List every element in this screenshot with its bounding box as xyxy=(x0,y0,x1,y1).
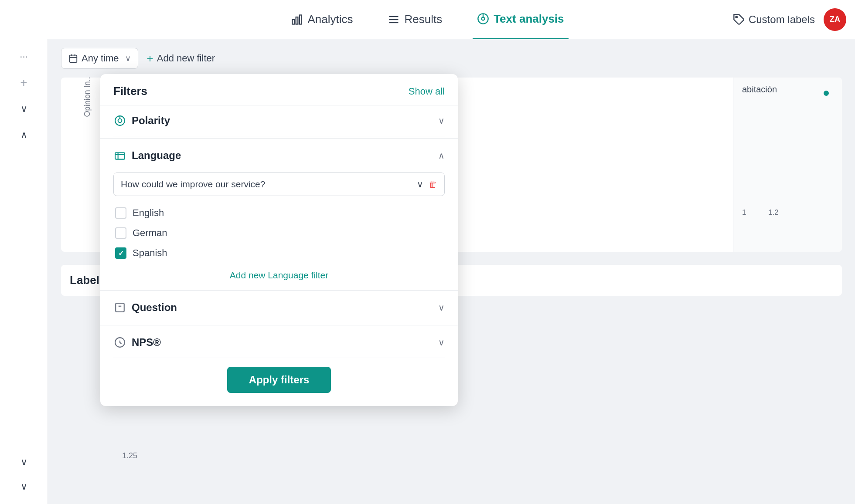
svg-rect-17 xyxy=(115,153,125,159)
nps-section-header[interactable]: NPS® ∨ xyxy=(113,327,445,358)
sidebar-chevron-down-2[interactable]: ∨ xyxy=(15,453,33,471)
polarity-label: Polarity xyxy=(132,115,170,127)
chevron-down-icon-2: ∨ xyxy=(20,457,27,468)
language-section: Language ∧ How could we improve our serv… xyxy=(100,140,458,288)
language-content: How could we improve our service? ∨ 🗑 En… xyxy=(113,173,445,288)
english-checkbox[interactable] xyxy=(115,207,126,219)
results-label: Results xyxy=(404,13,442,26)
question-divider xyxy=(100,325,458,325)
top-nav: Analytics Results Text analysis Custom l… xyxy=(0,0,855,39)
chevron-down-icon-1: ∨ xyxy=(20,103,27,115)
sidebar: ··· + ∨ ∧ ∨ ∨ xyxy=(0,39,48,504)
question-dropdown-text: How could we improve our service? xyxy=(121,179,265,189)
analytics-icon xyxy=(291,14,303,26)
filter-panel: Filters Show all Polarity ∨ xyxy=(100,74,458,406)
nav-right: Custom labels ZA xyxy=(733,8,846,31)
german-checkbox[interactable] xyxy=(115,227,126,239)
sidebar-plus-btn[interactable]: + xyxy=(15,74,33,91)
svg-rect-2 xyxy=(300,15,302,24)
axis-3: 1.25 xyxy=(122,451,137,460)
filter-bar: Any time ∨ + Add new filter xyxy=(61,48,842,69)
nps-icon xyxy=(113,336,126,349)
sidebar-chevron-down-3[interactable]: ∨ xyxy=(15,478,33,495)
checkbox-english[interactable]: English xyxy=(113,203,445,223)
polarity-icon xyxy=(113,114,126,127)
add-language-filter-link[interactable]: Add new Language filter xyxy=(113,263,445,284)
question-icon xyxy=(113,301,126,314)
nps-section-label: NPS® xyxy=(132,336,161,348)
language-divider xyxy=(100,290,458,291)
text-analysis-icon xyxy=(477,13,489,25)
question-chevron: ∨ xyxy=(438,302,445,313)
label-section-title: Label xyxy=(70,274,99,287)
question-section-left: Question xyxy=(113,301,177,314)
nps-section-left: NPS® xyxy=(113,336,161,349)
chart-right: abitación 1 1.2 xyxy=(733,78,842,252)
svg-point-15 xyxy=(118,119,122,123)
nps-section: NPS® ∨ xyxy=(100,327,458,358)
add-filter-plus: + xyxy=(147,52,153,65)
polarity-section-header[interactable]: Polarity ∨ xyxy=(113,105,445,136)
question-section-label: Question xyxy=(132,301,177,314)
language-section-left: Language xyxy=(113,149,181,162)
nav-results[interactable]: Results xyxy=(383,0,446,39)
svg-rect-10 xyxy=(70,55,77,63)
question-section: Question ∨ xyxy=(100,292,458,323)
polarity-chevron: ∨ xyxy=(438,115,445,126)
nav-text-analysis[interactable]: Text analysis xyxy=(473,0,568,39)
avatar: ZA xyxy=(824,8,846,31)
avatar-initials: ZA xyxy=(830,15,840,24)
english-label: English xyxy=(133,207,164,219)
spanish-checkbox[interactable] xyxy=(115,247,126,259)
nav-analytics[interactable]: Analytics xyxy=(286,0,357,39)
sidebar-dots-btn[interactable]: ··· xyxy=(15,48,33,65)
filter-panel-title: Filters xyxy=(113,85,147,98)
language-section-header[interactable]: Language ∧ xyxy=(113,140,445,171)
custom-labels-icon xyxy=(733,14,745,26)
apply-filters-container: Apply filters xyxy=(100,358,458,397)
main-area: ··· + ∨ ∧ ∨ ∨ Any time xyxy=(0,39,855,504)
question-dropdown[interactable]: How could we improve our service? ∨ 🗑 xyxy=(113,173,445,196)
time-filter[interactable]: Any time ∨ xyxy=(61,48,138,69)
nps-chevron: ∨ xyxy=(438,337,445,348)
checkbox-spanish[interactable]: Spanish xyxy=(113,243,445,263)
chevron-down-icon-3: ∨ xyxy=(20,481,27,492)
calendar-icon xyxy=(68,54,78,63)
language-chevron: ∧ xyxy=(438,150,445,161)
results-icon xyxy=(388,14,400,26)
add-filter-btn[interactable]: + Add new filter xyxy=(147,52,215,65)
question-section-header[interactable]: Question ∨ xyxy=(113,292,445,323)
add-filter-label: Add new filter xyxy=(157,53,215,64)
polarity-divider xyxy=(100,138,458,139)
question-dropdown-actions: ∨ 🗑 xyxy=(417,179,437,189)
chevron-up-icon: ∧ xyxy=(20,129,27,141)
sidebar-chevron-up[interactable]: ∧ xyxy=(15,126,33,144)
apply-filters-button[interactable]: Apply filters xyxy=(227,367,331,393)
show-all-link[interactable]: Show all xyxy=(409,86,445,97)
chart-right-label: abitación xyxy=(742,85,833,95)
svg-point-9 xyxy=(736,16,737,18)
sidebar-chevron-down-1[interactable]: ∨ xyxy=(15,100,33,118)
dots-icon: ··· xyxy=(20,51,27,62)
axis-1: 1 xyxy=(742,208,746,217)
svg-rect-1 xyxy=(296,17,298,24)
spanish-label: Spanish xyxy=(133,247,167,259)
language-label: Language xyxy=(132,149,181,162)
svg-rect-0 xyxy=(293,20,295,24)
content-area: Any time ∨ + Add new filter Opinion In..… xyxy=(48,39,855,504)
axis-2: 1.2 xyxy=(768,208,779,217)
svg-point-7 xyxy=(482,17,485,20)
checkbox-german[interactable]: German xyxy=(113,223,445,243)
language-icon xyxy=(113,149,126,162)
custom-labels-label: Custom labels xyxy=(749,14,815,26)
text-analysis-label: Text analysis xyxy=(494,12,564,26)
time-filter-label: Any time xyxy=(82,53,119,64)
plus-icon: + xyxy=(20,76,27,90)
nav-custom-labels[interactable]: Custom labels xyxy=(733,14,815,26)
analytics-label: Analytics xyxy=(307,13,353,26)
polarity-section-left: Polarity xyxy=(113,114,170,127)
delete-filter-icon[interactable]: 🗑 xyxy=(429,179,437,189)
filter-panel-header: Filters Show all xyxy=(100,74,458,105)
y-axis-label: Opinion In... xyxy=(83,78,92,117)
dropdown-chevron-icon: ∨ xyxy=(417,179,423,189)
